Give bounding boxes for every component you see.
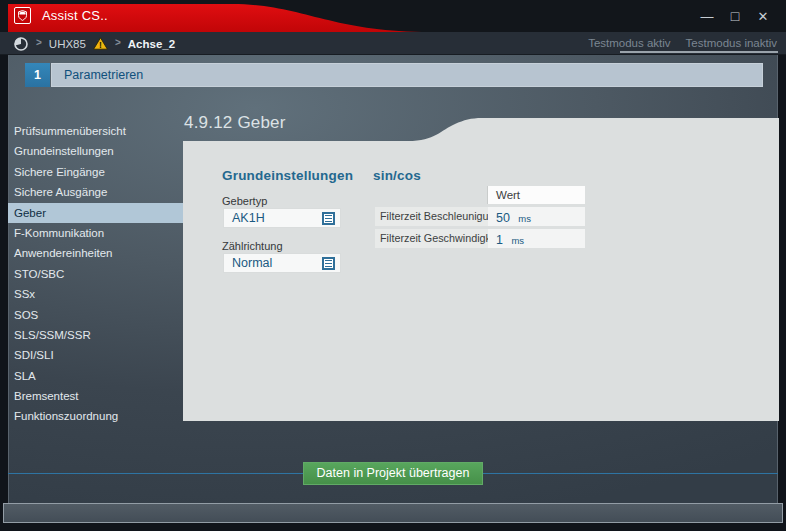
tab-parametrieren[interactable]: Parametrieren — [51, 63, 763, 87]
testmodus-switch: Testmodus aktiv Testmodus inaktiv — [588, 32, 777, 53]
gebertyp-select[interactable]: AK1H — [223, 208, 341, 228]
value-unit: ms — [511, 235, 524, 246]
sidebar-item-anwendereinheiten[interactable]: Anwendereinheiten — [8, 243, 183, 263]
value-unit: ms — [518, 213, 531, 224]
svg-text:!: ! — [99, 40, 102, 50]
sidebar-item-f-kommunikation[interactable]: F-Kommunikation — [8, 223, 183, 243]
field-label-gebertyp: Gebertyp — [222, 195, 267, 207]
row-label-filterzeit-beschleunigung: Filterzeit Beschleunigung — [375, 207, 488, 226]
titlebar-red-swoosh — [0, 0, 786, 32]
sidebar-item-sos[interactable]: SOS — [8, 305, 183, 325]
dropdown-list-icon[interactable] — [322, 257, 335, 270]
sidebar-item-sto-sbc[interactable]: STO/SBC — [8, 264, 183, 284]
sidebar-item-sla[interactable]: SLA — [8, 366, 183, 386]
sidebar-item-sdi-sli[interactable]: SDI/SLI — [8, 345, 183, 365]
content-panel: Grundeinstellungen Gebertyp AK1H Zählric… — [183, 118, 779, 421]
sidebar-item-geber[interactable]: Geber — [8, 203, 183, 223]
table-row: Filterzeit Geschwindigkeit 1 ms — [375, 229, 585, 248]
table-header-empty-cell — [375, 186, 488, 204]
chevron-right-icon: > — [115, 37, 121, 48]
section-title-grundeinstellungen: Grundeinstellungen — [222, 168, 353, 183]
title-bar: Assist CS.. — □ ✕ — [0, 0, 786, 32]
chevron-right-icon: > — [36, 37, 42, 48]
app-window: Assist CS.. — □ ✕ > UHX85 ! > Achse_2 Te… — [0, 0, 786, 531]
row-label-filterzeit-geschwindigkeit: Filterzeit Geschwindigkeit — [375, 229, 488, 248]
close-icon[interactable]: ✕ — [752, 6, 774, 26]
sidebar-item-ssx[interactable]: SSx — [8, 284, 183, 304]
table-row: Filterzeit Beschleunigung 50 ms — [375, 207, 585, 226]
app-logo-shield-icon — [14, 7, 31, 24]
sidebar-item-sls-ssm-ssr[interactable]: SLS/SSM/SSR — [8, 325, 183, 345]
warning-triangle-icon: ! — [93, 37, 108, 50]
zaehlrichtung-value: Normal — [232, 256, 322, 270]
breadcrumb-axis[interactable]: Achse_2 — [128, 38, 175, 50]
sidebar-item-bremsentest[interactable]: Bremsentest — [8, 386, 183, 406]
filterzeit-geschwindigkeit-value-field[interactable]: 1 ms — [488, 229, 585, 248]
table-header-row: Wert — [375, 186, 585, 204]
step-number-badge: 1 — [25, 63, 50, 87]
sincos-table: Wert Filterzeit Beschleunigung 50 ms Fil… — [375, 186, 585, 248]
sidebar-item-sichere-eingaenge[interactable]: Sichere Eingänge — [8, 162, 183, 182]
section-title-sincos: sin/cos — [373, 168, 421, 183]
maximize-icon[interactable]: □ — [724, 6, 746, 26]
value-number: 1 — [496, 233, 503, 247]
zaehlrichtung-select[interactable]: Normal — [223, 253, 341, 273]
status-bar — [3, 503, 783, 523]
testmodus-inaktiv-label[interactable]: Testmodus inaktiv — [686, 37, 777, 49]
testmodus-aktiv-label[interactable]: Testmodus aktiv — [588, 37, 670, 49]
minimize-icon[interactable]: — — [696, 6, 718, 26]
filterzeit-beschleunigung-value-field[interactable]: 50 ms — [488, 207, 585, 226]
field-label-zaehlrichtung: Zählrichtung — [222, 240, 283, 252]
dropdown-list-icon[interactable] — [322, 212, 335, 225]
sidebar-item-grundeinstellungen[interactable]: Grundeinstellungen — [8, 141, 183, 161]
breadcrumb-device[interactable]: UHX85 — [49, 38, 86, 50]
project-device-icon[interactable] — [13, 36, 29, 52]
window-title: Assist CS.. — [42, 8, 108, 23]
sidebar-item-funktionszuordnung[interactable]: Funktionszuordnung — [8, 406, 183, 426]
gebertyp-value: AK1H — [232, 211, 322, 225]
transfer-to-project-button[interactable]: Daten in Projekt übertragen — [303, 462, 483, 485]
window-controls: — □ ✕ — [696, 6, 774, 26]
sidebar-item-sichere-ausgaenge[interactable]: Sichere Ausgänge — [8, 182, 183, 202]
testmodus-underline — [620, 51, 778, 53]
sidebar-item-pruefsummenuebersicht[interactable]: Prüfsummenübersicht — [8, 121, 183, 141]
table-header-wert: Wert — [488, 186, 585, 204]
breadcrumb: > UHX85 ! > Achse_2 — [13, 32, 175, 55]
sidebar-nav: Prüfsummenübersicht Grundeinstellungen S… — [8, 121, 183, 427]
tab-label: Parametrieren — [64, 64, 143, 86]
value-number: 50 — [496, 211, 510, 225]
